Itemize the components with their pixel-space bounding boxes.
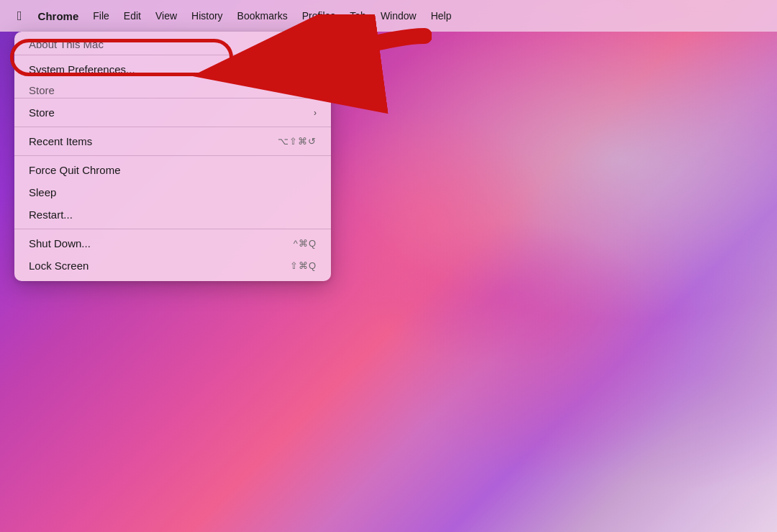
system-prefs-label: System Preferences... [29, 63, 135, 75]
menubar-tab[interactable]: Tab [342, 7, 373, 24]
menubar-window[interactable]: Window [373, 7, 424, 24]
menu-divider-2 [14, 98, 331, 98]
menu-item-restart[interactable]: Sleep [14, 181, 331, 203]
recent-items-label: Store [29, 106, 55, 119]
recent-items-arrow-icon: › [314, 108, 317, 118]
menu-divider-1 [14, 55, 331, 55]
menubar:  Chrome File Edit View History Bookmark… [0, 0, 777, 32]
menubar-profiles[interactable]: Profiles [295, 7, 343, 24]
menu-item-recent-items[interactable]: Store › [14, 101, 331, 124]
menubar-chrome[interactable]: Chrome [31, 7, 86, 25]
menubar-view[interactable]: View [148, 7, 184, 24]
apple-dropdown-menu: About This Mac System Preferences... Sto… [14, 32, 331, 281]
lock-screen-shortcut: ^⌘Q [294, 238, 317, 249]
menu-item-force-quit[interactable]: Recent Items ⌥⇧⌘↺ [14, 130, 331, 152]
menubar-history[interactable]: History [184, 7, 230, 24]
menu-item-about-mac[interactable]: About This Mac [14, 36, 331, 52]
menubar-edit[interactable]: Edit [117, 7, 148, 24]
shutdown-label: Restart... [29, 208, 73, 221]
menubar-help[interactable]: Help [424, 7, 459, 24]
menu-divider-4 [14, 155, 331, 156]
logout-label: Lock Screen [29, 260, 88, 272]
lock-screen-label: Shut Down... [29, 237, 91, 249]
menu-item-store[interactable]: Store [14, 81, 331, 95]
menu-divider-3 [14, 127, 331, 127]
menu-item-shutdown[interactable]: Restart... [14, 203, 331, 226]
sleep-label: Force Quit Chrome [29, 164, 121, 176]
menubar-bookmarks[interactable]: Bookmarks [230, 7, 295, 24]
menu-item-system-prefs[interactable]: System Preferences... [14, 58, 331, 81]
menubar-file[interactable]: File [86, 7, 117, 24]
about-mac-label: About This Mac [29, 38, 104, 50]
apple-menu-button[interactable]:  [9, 6, 31, 27]
force-quit-shortcut: ⌥⇧⌘↺ [278, 136, 317, 147]
menu-divider-5 [14, 229, 331, 229]
force-quit-label: Recent Items [29, 135, 92, 147]
store-label: Store [29, 84, 55, 95]
restart-label: Sleep [29, 186, 56, 198]
menu-item-lock-screen[interactable]: Shut Down... ^⌘Q [14, 232, 331, 254]
menu-item-logout[interactable]: Lock Screen ⇧⌘Q [14, 254, 331, 277]
logout-shortcut: ⇧⌘Q [290, 260, 317, 271]
menu-item-sleep[interactable]: Force Quit Chrome [14, 159, 331, 181]
